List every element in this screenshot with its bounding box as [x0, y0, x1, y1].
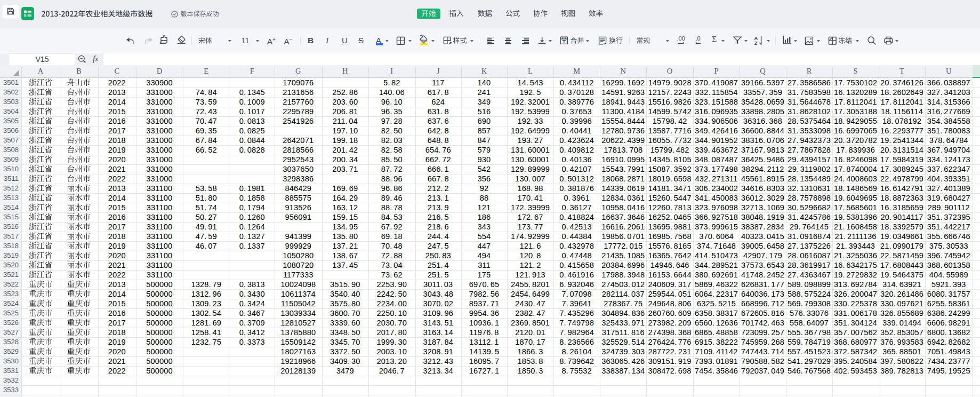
- svg-text:Z: Z: [754, 40, 758, 46]
